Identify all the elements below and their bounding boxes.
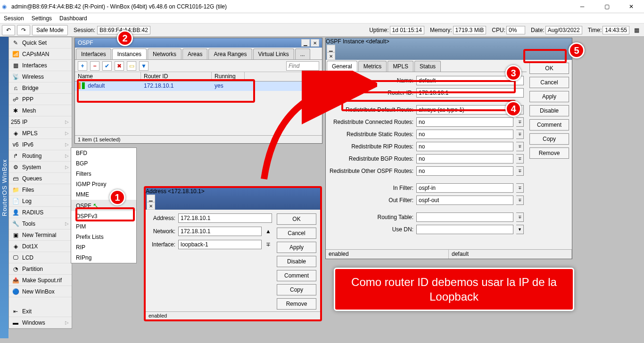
submenu-pim[interactable]: PIM bbox=[71, 221, 136, 232]
interface-dd-icon[interactable]: ∓ bbox=[264, 241, 272, 248]
address-min-icon[interactable]: ▁ bbox=[147, 195, 155, 202]
add-button[interactable]: + bbox=[78, 61, 87, 71]
sidebar-item-new-winbox[interactable]: 🔵New WinBox bbox=[9, 286, 72, 297]
dd-icon[interactable]: ∓ bbox=[516, 212, 524, 222]
sidebar-item-bridge[interactable]: ⎌Bridge bbox=[9, 82, 72, 94]
inst-apply-button[interactable]: Apply bbox=[529, 91, 569, 102]
ospf-tab-virtual-links[interactable]: Virtual Links bbox=[253, 49, 294, 59]
addr-remove-button[interactable]: Remove bbox=[277, 298, 316, 310]
inst-router-input[interactable] bbox=[416, 88, 524, 98]
interface-input[interactable] bbox=[178, 240, 262, 249]
inst-remove-button[interactable]: Remove bbox=[529, 147, 569, 159]
dd-icon[interactable]: ∓ bbox=[516, 130, 524, 139]
sidebar-item-exit[interactable]: ⇤Exit bbox=[9, 306, 72, 317]
maximize-button[interactable]: ▢ bbox=[596, 1, 618, 12]
inst-copy-button[interactable]: Copy bbox=[529, 133, 569, 145]
address-window-header[interactable]: Address <172.18.10.1> ▁ ✕ bbox=[146, 188, 320, 210]
sidebar-item-partition[interactable]: ◔Partition bbox=[9, 263, 72, 275]
submenu-prefix-lists[interactable]: Prefix Lists bbox=[71, 232, 136, 242]
undo-button[interactable]: ↶ bbox=[2, 25, 15, 35]
enable-button[interactable]: ✔ bbox=[102, 61, 112, 71]
ospf-tab-...[interactable]: ... bbox=[295, 49, 310, 59]
dd-icon[interactable]: ∓ bbox=[516, 166, 524, 176]
inst-rcr-input[interactable] bbox=[416, 117, 513, 127]
inst-tab-metrics[interactable]: Metrics bbox=[358, 61, 387, 72]
inst-tab-mpls[interactable]: MPLS bbox=[388, 61, 413, 72]
filter-button[interactable]: ▼ bbox=[139, 61, 149, 71]
submenu-bfd[interactable]: BFD bbox=[71, 148, 136, 158]
redo-button[interactable]: ↷ bbox=[17, 25, 30, 35]
submenu-igmp-proxy[interactable]: IGMP Proxy bbox=[71, 179, 136, 189]
submenu-ospfv3[interactable]: OSPFv3 bbox=[71, 211, 136, 221]
col-running[interactable]: Running bbox=[212, 72, 245, 81]
menu-session[interactable]: Session bbox=[4, 15, 24, 22]
col-routerid[interactable]: Router ID bbox=[141, 72, 212, 81]
sidebar-item-quick-set[interactable]: ✎Quick Set bbox=[9, 37, 72, 49]
sidebar-item-interfaces[interactable]: ▦Interfaces bbox=[9, 60, 72, 71]
col-name[interactable]: Name bbox=[75, 72, 141, 81]
inst-ok-button[interactable]: OK bbox=[529, 63, 569, 74]
find-input[interactable] bbox=[286, 61, 319, 71]
sidebar-item-ipv6[interactable]: v6IPv6▷ bbox=[9, 139, 72, 150]
dd-icon[interactable]: ▼ bbox=[516, 225, 524, 234]
ospf-tab-area-ranges[interactable]: Area Ranges bbox=[208, 49, 252, 59]
sidebar-item-tools[interactable]: 🔧Tools▷ bbox=[9, 218, 72, 229]
inst-dn-input[interactable] bbox=[416, 225, 513, 234]
submenu-ospf[interactable]: OSPF ↖ bbox=[71, 200, 136, 211]
network-up-icon[interactable]: ▲ bbox=[264, 228, 272, 235]
address-close-icon[interactable]: ✕ bbox=[147, 202, 155, 210]
inst-rsr-input[interactable] bbox=[416, 130, 513, 139]
inst-rt-input[interactable] bbox=[416, 212, 513, 222]
addr-ok-button[interactable]: OK bbox=[277, 213, 316, 225]
minimize-button[interactable]: ─ bbox=[571, 1, 593, 12]
ospf-close-icon[interactable]: ✕ bbox=[311, 39, 319, 47]
menu-dashboard[interactable]: Dashboard bbox=[59, 15, 87, 22]
ospf-window-header[interactable]: OSPF ▁ ✕ bbox=[75, 38, 322, 48]
dd-icon[interactable]: ∓ bbox=[516, 183, 524, 193]
submenu-bgp[interactable]: BGP bbox=[71, 158, 136, 169]
sidebar-item-ip[interactable]: 255IP▷ bbox=[9, 116, 72, 128]
close-button[interactable]: ✕ bbox=[620, 1, 642, 12]
inst-cancel-button[interactable]: Cancel bbox=[529, 77, 569, 88]
sidebar-item-log[interactable]: 📄Log bbox=[9, 196, 72, 207]
sidebar-item-mpls[interactable]: ◈MPLS▷ bbox=[9, 128, 72, 139]
sidebar-item-lcd[interactable]: 🖵LCD bbox=[9, 252, 72, 263]
inst-outf-input[interactable] bbox=[416, 196, 513, 205]
menu-settings[interactable]: Settings bbox=[32, 15, 52, 22]
sidebar-item-wireless[interactable]: 📡Wireless bbox=[9, 71, 72, 82]
addr-copy-button[interactable]: Copy bbox=[277, 284, 316, 295]
sidebar-item-new-terminal[interactable]: ▣New Terminal bbox=[9, 229, 72, 241]
sidebar-item-capsman[interactable]: 📶CAPsMAN bbox=[9, 49, 72, 60]
ospf-instance-row[interactable]: ▋▋ default 172.18.10.1 yes bbox=[75, 82, 322, 91]
inst-inf-input[interactable] bbox=[416, 183, 513, 193]
address-input[interactable] bbox=[178, 213, 272, 223]
ospf-tab-interfaces[interactable]: Interfaces bbox=[76, 49, 111, 59]
addr-apply-button[interactable]: Apply bbox=[277, 242, 316, 253]
addr-comment-button[interactable]: Comment bbox=[277, 270, 316, 281]
hide-icon[interactable]: ▦ bbox=[634, 27, 639, 33]
inst-tab-general[interactable]: General bbox=[327, 61, 357, 72]
addr-cancel-button[interactable]: Cancel bbox=[277, 228, 316, 239]
sidebar-item-ppp[interactable]: ☍PPP bbox=[9, 94, 72, 105]
inst-rrip-input[interactable] bbox=[416, 142, 513, 151]
dd-icon[interactable]: ∓ bbox=[516, 196, 524, 205]
sidebar-item-dot1x[interactable]: ◈Dot1X bbox=[9, 241, 72, 252]
sidebar-item-routing[interactable]: ↱Routing▷ bbox=[9, 150, 72, 162]
sidebar-item-queues[interactable]: 🗃Queues bbox=[9, 173, 72, 184]
inst-disable-button[interactable]: Disable bbox=[529, 105, 569, 116]
ospf-tab-areas[interactable]: Areas bbox=[182, 49, 207, 59]
sidebar-item-make-supout.rif[interactable]: 📤Make Supout.rif bbox=[9, 275, 72, 286]
disable-button[interactable]: ✖ bbox=[115, 61, 124, 71]
ospf-min-icon[interactable]: ▁ bbox=[301, 39, 310, 47]
submenu-mme[interactable]: MME bbox=[71, 189, 136, 200]
ospf-tab-networks[interactable]: Networks bbox=[148, 49, 182, 59]
sidebar-item-radius[interactable]: 👤RADIUS bbox=[9, 207, 72, 218]
dd-icon[interactable]: ∓ bbox=[516, 117, 524, 127]
submenu-ripng[interactable]: RIPng bbox=[71, 253, 136, 263]
comment-button[interactable]: ▭ bbox=[127, 61, 136, 71]
safe-mode-button[interactable]: Safe Mode bbox=[32, 25, 68, 35]
ospf-tab-instances[interactable]: Instances bbox=[112, 49, 147, 59]
inst-rbgp-input[interactable] bbox=[416, 154, 513, 163]
inst-rdr-input[interactable] bbox=[416, 105, 513, 114]
instance-min-icon[interactable]: ▁ bbox=[327, 45, 335, 52]
